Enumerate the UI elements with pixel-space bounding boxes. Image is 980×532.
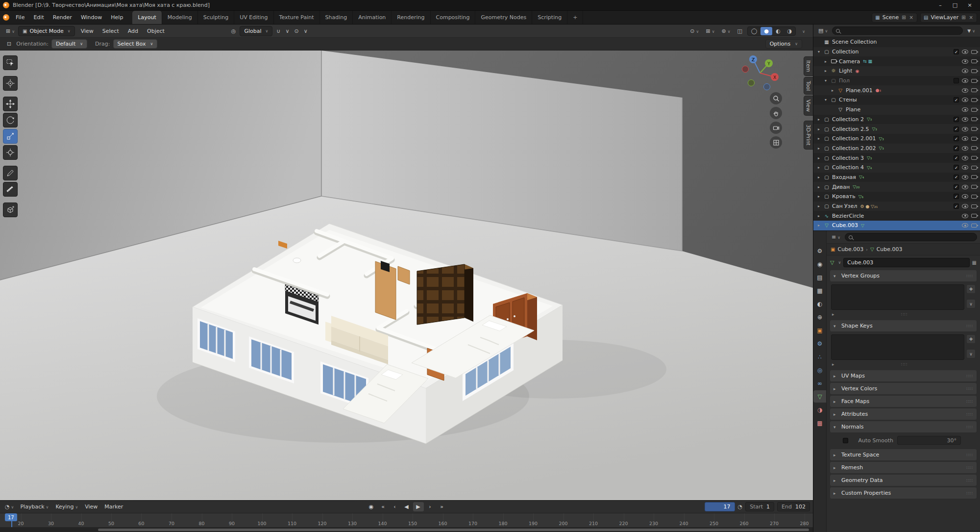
exclude-checkbox[interactable]: [954, 203, 959, 209]
shape-keys-add-button[interactable]: +: [966, 334, 976, 344]
data-name-field[interactable]: Cube.003: [843, 258, 969, 267]
outliner-row-plane[interactable]: ▽ Plane: [813, 105, 980, 115]
section-header-vertex-colors[interactable]: ▸ Vertex Colors ∷∷: [830, 383, 977, 394]
exclude-checkbox[interactable]: [954, 49, 959, 54]
render-visibility-toggle[interactable]: [971, 98, 977, 102]
tool-move[interactable]: [3, 97, 18, 111]
workspace-tab-scripting[interactable]: Scripting: [532, 11, 567, 24]
section-header-uv-maps[interactable]: ▸ UV Maps ∷∷: [830, 370, 977, 381]
render-visibility-toggle[interactable]: [971, 137, 977, 141]
timeline-ruler[interactable]: 17 2030405060708090100110120130140150160…: [0, 513, 813, 528]
viewport-menu-select[interactable]: Select: [98, 26, 123, 36]
expand-caret[interactable]: ▾: [823, 78, 828, 83]
drag-grip-icon[interactable]: ∷∷: [967, 274, 973, 279]
expand-caret[interactable]: ▸: [816, 136, 821, 141]
expand-caret[interactable]: ▸: [816, 165, 821, 170]
workspace-tab-texture-paint[interactable]: Texture Paint: [274, 11, 320, 24]
workspace-tab-modeling[interactable]: Modeling: [162, 11, 198, 24]
expand-caret[interactable]: ▸: [816, 194, 821, 199]
sidebar-tab-3d-print[interactable]: 3D-Print: [804, 121, 813, 150]
zoom-button[interactable]: [770, 92, 782, 104]
properties-tab-object[interactable]: ▣: [813, 324, 826, 336]
exclude-checkbox[interactable]: [954, 146, 959, 151]
viewport-menu-add[interactable]: Add: [123, 26, 143, 36]
timeline-menu-marker[interactable]: Marker: [101, 502, 126, 511]
axis-neg-z-ball[interactable]: [764, 84, 770, 90]
hide-eye-toggle[interactable]: [962, 146, 968, 151]
pan-hand-button[interactable]: [770, 107, 782, 119]
render-visibility-toggle[interactable]: [971, 108, 977, 112]
sidebar-tab-item[interactable]: Item: [804, 56, 813, 76]
play-reverse-button[interactable]: ◀: [401, 502, 412, 511]
axis-neg-y-ball[interactable]: [748, 80, 755, 86]
new-scene-button[interactable]: ⊞: [901, 15, 906, 20]
properties-tab-output[interactable]: ▤: [813, 271, 826, 283]
properties-tab-constraints[interactable]: ∞: [813, 377, 826, 389]
show-overlays-button[interactable]: ⊚∨: [720, 27, 733, 35]
drag-grip-icon[interactable]: ∷∷: [967, 478, 973, 483]
app-menu-icon[interactable]: [3, 14, 9, 21]
expand-caret[interactable]: ▸: [816, 156, 821, 160]
tool-rotate[interactable]: [3, 113, 18, 127]
show-gizmos-button[interactable]: ⊞∨: [704, 27, 716, 35]
minimize-button[interactable]: –: [933, 0, 948, 11]
breadcrumb-object[interactable]: Cube.003: [837, 246, 863, 253]
hide-eye-toggle[interactable]: [962, 223, 968, 228]
expand-caret[interactable]: ▸: [830, 88, 835, 93]
frame-end-field[interactable]: End102: [777, 502, 810, 511]
viewport-canvas[interactable]: Z Z Y X: [0, 51, 813, 500]
timeline-menu-keying[interactable]: Keying∨: [52, 502, 81, 511]
sidebar-tab-view[interactable]: View: [804, 96, 813, 116]
render-visibility-toggle[interactable]: [971, 156, 977, 160]
hide-eye-toggle[interactable]: [962, 88, 968, 93]
timeline-scrollbar[interactable]: [98, 529, 809, 531]
section-header-face-maps[interactable]: ▸ Face Maps ∷∷: [830, 396, 977, 407]
properties-tab-tool[interactable]: ⚙: [813, 245, 826, 257]
workspace-tab-geometry-nodes[interactable]: Geometry Nodes: [475, 11, 532, 24]
tool-scale[interactable]: [3, 129, 18, 144]
section-header-vertex-groups[interactable]: ▾ Vertex Groups ∷∷: [830, 270, 977, 281]
breadcrumb-data[interactable]: Cube.003: [877, 246, 903, 253]
previous-keyframe-button[interactable]: ‹: [390, 502, 400, 511]
fake-user-icon[interactable]: ▦: [972, 260, 977, 265]
viewport-menu-object[interactable]: Object: [143, 26, 169, 36]
scene-selector[interactable]: ▦ Scene ⊞ ×: [872, 13, 917, 23]
section-header-custom-properties[interactable]: ▸ Custom Properties ∷∷: [830, 487, 977, 499]
outliner-row-диван[interactable]: ▸ ▢ Диван ▽₂₀: [813, 182, 980, 192]
section-header-attributes[interactable]: ▸ Attributes ∷∷: [830, 408, 977, 420]
properties-search[interactable]: [845, 233, 977, 241]
hide-eye-toggle[interactable]: [962, 136, 968, 141]
outliner-row-кровать[interactable]: ▸ ▢ Кровать ▽₆: [813, 192, 980, 202]
workspace-tab-animation[interactable]: Animation: [353, 11, 392, 24]
properties-tab-render[interactable]: ◉: [813, 258, 826, 270]
outliner-search-input[interactable]: [842, 28, 959, 34]
frame-start-field[interactable]: Start1: [745, 502, 774, 511]
drag-grip-icon[interactable]: ∷∷: [967, 374, 973, 379]
properties-search-input[interactable]: [855, 234, 973, 240]
timeline-editor-type-button[interactable]: ◔∨: [3, 503, 16, 510]
outliner-row-collection-2-001[interactable]: ▸ ▢ Collection 2.001 ▽₃: [813, 134, 980, 144]
viewport-menu-view[interactable]: View: [76, 26, 98, 36]
outliner-row-beziercircle[interactable]: ▸ ∿ BezierCircle: [813, 211, 980, 221]
drag-grip-icon[interactable]: ∷∷: [967, 399, 973, 404]
hide-eye-toggle[interactable]: [962, 165, 968, 170]
new-viewlayer-button[interactable]: ⊞: [961, 15, 966, 20]
properties-tab-physics[interactable]: ◎: [813, 364, 826, 376]
shading-dropdown[interactable]: ∨: [799, 27, 807, 35]
menu-file[interactable]: File: [11, 13, 29, 22]
shape-keys-list[interactable]: [831, 334, 964, 360]
workspace-tab-shading[interactable]: Shading: [320, 11, 353, 24]
auto-smooth-checkbox[interactable]: [843, 438, 848, 443]
hide-eye-toggle[interactable]: [962, 98, 968, 102]
drag-grip-icon[interactable]: ∷∷: [967, 425, 973, 430]
expand-caret[interactable]: ▸: [816, 223, 821, 228]
expand-caret[interactable]: ▸: [816, 146, 821, 151]
editor-type-button[interactable]: ⊞∨: [4, 27, 17, 35]
expand-caret[interactable]: ▸: [832, 362, 834, 367]
expand-caret[interactable]: ▾: [816, 50, 821, 54]
properties-tab-view-layer[interactable]: ▦: [813, 284, 826, 297]
section-header-normals[interactable]: ▾ Normals ∷∷: [830, 421, 977, 432]
render-visibility-toggle[interactable]: [971, 204, 977, 208]
current-frame-field[interactable]: 17: [705, 502, 735, 511]
hide-eye-toggle[interactable]: [962, 204, 968, 208]
